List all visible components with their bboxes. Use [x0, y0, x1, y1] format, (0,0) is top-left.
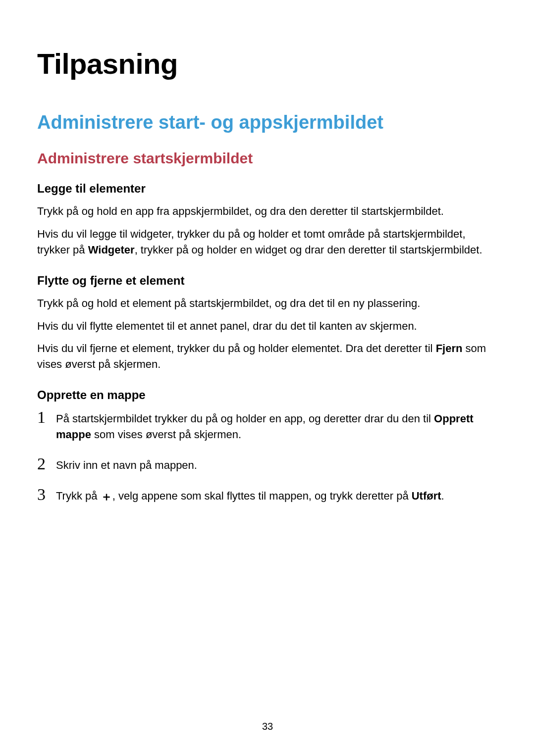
step-text: Skriv inn et navn på mappen. — [56, 456, 498, 473]
step-number: 1 — [37, 409, 56, 426]
steps-list: 1 På startskjermbildet trykker du på og … — [37, 410, 498, 504]
step-item: 1 På startskjermbildet trykker du på og … — [37, 410, 498, 443]
text-span: . — [441, 490, 444, 502]
text-span: som vises øverst på skjermen. — [91, 428, 241, 441]
section-title: Administrere start- og appskjermbildet — [37, 112, 498, 133]
page-title: Tilpasning — [37, 47, 498, 80]
paragraph: Trykk på og hold et element på startskje… — [37, 296, 498, 311]
text-span: , trykker på og holder en widget og drar… — [135, 244, 482, 256]
add-elements-block: Legge til elementer Trykk på og hold en … — [37, 182, 498, 258]
document-page: Tilpasning Administrere start- og appskj… — [0, 0, 535, 756]
text-span: På startskjermbildet trykker du på og ho… — [56, 412, 434, 425]
plus-icon: ＋ — [101, 491, 112, 503]
bold-text: Widgeter — [88, 244, 135, 256]
text-span: Trykk på — [56, 490, 101, 502]
bold-text: Fjern — [436, 342, 463, 354]
step-number: 3 — [37, 486, 56, 503]
step-text: Trykk på ＋, velg appene som skal flyttes… — [56, 487, 498, 504]
paragraph: Hvis du vil fjerne et element, trykker d… — [37, 341, 498, 372]
move-remove-heading: Flytte og fjerne et element — [37, 274, 498, 288]
step-item: 2 Skriv inn et navn på mappen. — [37, 456, 498, 473]
create-folder-heading: Opprette en mappe — [37, 388, 498, 402]
add-elements-heading: Legge til elementer — [37, 182, 498, 196]
text-span: Hvis du vil fjerne et element, trykker d… — [37, 342, 436, 354]
paragraph: Hvis du vil legge til widgeter, trykker … — [37, 226, 498, 258]
create-folder-block: Opprette en mappe 1 På startskjermbildet… — [37, 388, 498, 504]
move-remove-block: Flytte og fjerne et element Trykk på og … — [37, 274, 498, 373]
step-number: 2 — [37, 455, 56, 472]
step-text: På startskjermbildet trykker du på og ho… — [56, 410, 498, 443]
paragraph: Trykk på og hold en app fra appskjermbil… — [37, 203, 498, 219]
step-item: 3 Trykk på ＋, velg appene som skal flytt… — [37, 487, 498, 504]
bold-text: Utført — [412, 490, 441, 502]
page-number: 33 — [0, 721, 535, 732]
text-span: , velg appene som skal flyttes til mappe… — [112, 490, 412, 502]
paragraph: Hvis du vil flytte elementet til et anne… — [37, 318, 498, 334]
subsection-title: Administrere startskjermbildet — [37, 150, 498, 167]
